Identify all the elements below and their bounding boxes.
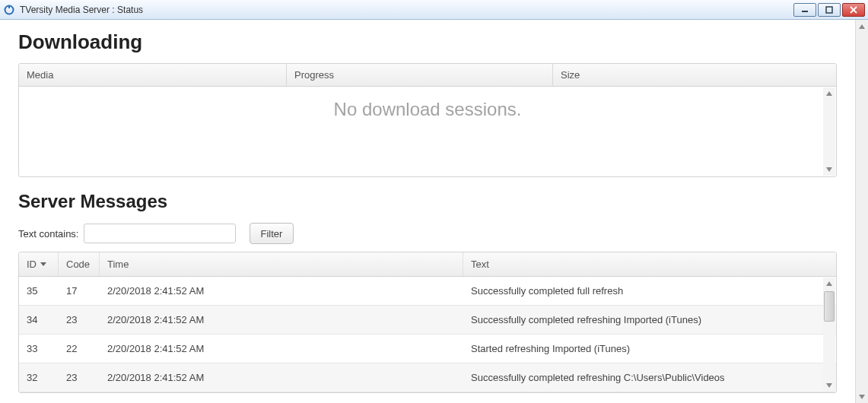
page-content: Downloading Media Progress Size No downl… — [0, 20, 855, 403]
messages-table: ID Code Time Text 35 17 2/20/2018 2:41:5… — [18, 252, 837, 393]
window-controls — [793, 3, 865, 17]
col-header-size[interactable]: Size — [553, 64, 836, 86]
col-header-progress[interactable]: Progress — [287, 64, 553, 86]
filter-input[interactable] — [84, 224, 236, 243]
table-row[interactable]: 35 17 2/20/2018 2:41:52 AM Successfully … — [19, 277, 836, 306]
svg-marker-9 — [826, 383, 832, 388]
svg-marker-6 — [826, 91, 832, 96]
cell-time: 2/20/2018 2:41:52 AM — [100, 285, 463, 297]
table-row[interactable]: 32 23 2/20/2018 2:41:52 AM Successfully … — [19, 363, 836, 392]
filter-row: Text contains: Filter — [18, 223, 837, 244]
cell-id: 35 — [19, 285, 59, 297]
svg-marker-10 — [859, 24, 865, 29]
cell-code: 22 — [59, 343, 100, 354]
cell-id: 33 — [19, 343, 59, 354]
downloading-empty-message: No download sessions. — [334, 99, 522, 120]
app-icon — [3, 4, 15, 16]
col-header-text[interactable]: Text — [463, 252, 836, 276]
downloading-table-header: Media Progress Size — [19, 64, 836, 87]
scroll-down-icon[interactable] — [824, 163, 835, 176]
col-header-code[interactable]: Code — [59, 252, 100, 276]
svg-rect-1 — [8, 5, 10, 8]
messages-table-header: ID Code Time Text — [19, 252, 836, 277]
cell-time: 2/20/2018 2:41:52 AM — [100, 343, 463, 354]
server-messages-heading: Server Messages — [18, 191, 837, 212]
cell-text: Successfully completed full refresh — [463, 285, 836, 297]
filter-label: Text contains: — [18, 228, 79, 240]
downloading-scrollbar[interactable] — [823, 87, 835, 176]
col-header-media[interactable]: Media — [19, 64, 287, 86]
scroll-thumb[interactable] — [824, 291, 835, 322]
downloading-table: Media Progress Size No download sessions… — [18, 63, 837, 177]
scroll-up-icon[interactable] — [857, 20, 868, 33]
cell-id: 34 — [19, 314, 59, 325]
svg-marker-7 — [826, 167, 832, 172]
page-scrollbar[interactable] — [855, 20, 868, 403]
svg-marker-8 — [826, 281, 832, 286]
messages-table-body: 35 17 2/20/2018 2:41:52 AM Successfully … — [19, 277, 836, 392]
svg-marker-11 — [859, 395, 865, 399]
cell-code: 23 — [59, 372, 100, 383]
cell-code: 17 — [59, 285, 100, 297]
close-button[interactable] — [842, 3, 865, 17]
scroll-down-icon[interactable] — [857, 390, 868, 403]
window-title: TVersity Media Server : Status — [20, 5, 143, 15]
cell-text: Successfully completed refreshing Import… — [463, 314, 836, 325]
messages-scrollbar[interactable] — [823, 278, 835, 392]
cell-text: Started refreshing Imported (iTunes) — [463, 343, 836, 354]
col-header-id-label: ID — [27, 259, 37, 270]
scroll-up-icon[interactable] — [824, 278, 835, 290]
maximize-button[interactable] — [818, 3, 841, 17]
titlebar: TVersity Media Server : Status — [0, 0, 868, 20]
cell-time: 2/20/2018 2:41:52 AM — [100, 314, 463, 325]
cell-time: 2/20/2018 2:41:52 AM — [100, 372, 463, 383]
downloading-heading: Downloading — [18, 30, 837, 54]
filter-button[interactable]: Filter — [250, 223, 294, 244]
cell-code: 23 — [59, 314, 100, 325]
minimize-button[interactable] — [793, 3, 816, 17]
sort-desc-icon — [40, 262, 46, 266]
col-header-time[interactable]: Time — [100, 252, 463, 276]
table-row[interactable]: 34 23 2/20/2018 2:41:52 AM Successfully … — [19, 306, 836, 335]
scroll-down-icon[interactable] — [824, 379, 835, 392]
col-header-id[interactable]: ID — [19, 252, 59, 276]
table-row[interactable]: 33 22 2/20/2018 2:41:52 AM Started refre… — [19, 335, 836, 363]
svg-rect-3 — [826, 7, 832, 13]
downloading-table-body: No download sessions. — [19, 87, 836, 176]
cell-text: Successfully completed refreshing C:\Use… — [463, 372, 836, 383]
scroll-up-icon[interactable] — [824, 87, 835, 100]
cell-id: 32 — [19, 372, 59, 383]
